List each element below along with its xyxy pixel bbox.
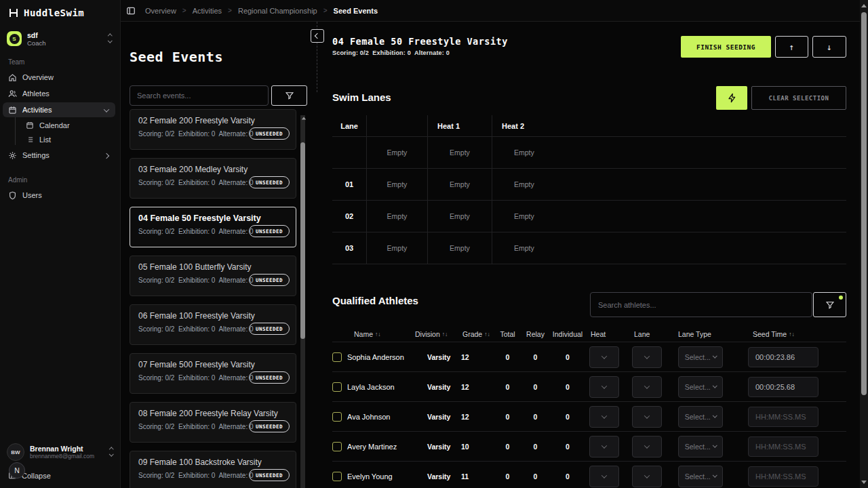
seed-time-input[interactable]: HH:MM:SS.MS bbox=[748, 407, 818, 427]
sidebar-item-label: Athletes bbox=[22, 89, 50, 98]
lane-dropdown[interactable] bbox=[632, 376, 662, 398]
scroll-up-arrow-icon[interactable] bbox=[301, 117, 305, 120]
lane-type-select[interactable]: Select... bbox=[678, 406, 723, 428]
page-scrollbar[interactable] bbox=[860, 0, 868, 488]
next-event-button[interactable]: ↓ bbox=[812, 36, 846, 58]
event-card[interactable]: 06 Female 100 Freestyle Varsity Scoring:… bbox=[130, 304, 296, 345]
swim-lanes-header-row: Lane Heat 1 Heat 2 bbox=[332, 115, 846, 137]
sidebar-item-label: List bbox=[39, 136, 51, 144]
clear-selection-button[interactable]: CLEAR SELECTION bbox=[751, 86, 846, 110]
lane-dropdown[interactable] bbox=[632, 466, 662, 487]
chevron-left-icon bbox=[315, 33, 320, 39]
lane-slot-empty[interactable]: Empty bbox=[427, 201, 492, 232]
sidebar-item-athletes[interactable]: Athletes bbox=[3, 86, 115, 101]
lane-type-select[interactable]: Select... bbox=[678, 466, 723, 487]
breadcrumb-item[interactable]: Regional Championship bbox=[238, 7, 317, 15]
sidebar-item-users[interactable]: Users bbox=[3, 188, 115, 203]
lane-type-select[interactable]: Select... bbox=[678, 436, 723, 458]
sidebar-item-settings[interactable]: Settings bbox=[3, 148, 115, 163]
column-header-division[interactable]: Division↑↓ bbox=[415, 330, 461, 338]
team-switcher[interactable]: S sdf Coach bbox=[7, 28, 114, 49]
event-card-selected[interactable]: 04 Female 50 Freestyle Varsity Scoring: … bbox=[130, 207, 296, 247]
lane-slot-empty[interactable]: Empty bbox=[427, 137, 492, 168]
heat-dropdown[interactable] bbox=[589, 376, 619, 398]
lane-type-select[interactable]: Select... bbox=[678, 346, 723, 368]
heat-dropdown[interactable] bbox=[589, 466, 619, 487]
breadcrumb: Overview > Activities > Regional Champio… bbox=[145, 7, 378, 15]
lane-slot-empty[interactable]: Empty bbox=[492, 232, 846, 264]
lane-slot-empty[interactable]: Empty bbox=[366, 232, 427, 264]
seed-time-input[interactable]: HH:MM:SS.MS bbox=[748, 466, 818, 487]
collapse-label: Collapse bbox=[22, 472, 51, 480]
back-button[interactable] bbox=[311, 29, 324, 43]
heat-dropdown[interactable] bbox=[589, 436, 619, 458]
status-badge: UNSEEDED bbox=[249, 323, 290, 335]
column-header-name[interactable]: Name↑↓ bbox=[347, 330, 415, 338]
lane-slot-empty[interactable]: Empty bbox=[492, 201, 846, 232]
heat-dropdown[interactable] bbox=[589, 346, 619, 368]
profile-switcher[interactable]: BW Brennan Wright brennanme8@gmail.com bbox=[7, 443, 114, 461]
swim-lanes-title: Swim Lanes bbox=[332, 92, 391, 103]
scroll-up-arrow-icon[interactable] bbox=[861, 4, 867, 7]
chevron-down-icon bbox=[601, 413, 607, 418]
column-header-seed-time[interactable]: Seed Time↑↓ bbox=[746, 330, 846, 338]
athlete-checkbox[interactable] bbox=[332, 472, 342, 481]
sidebar-item-list[interactable]: List bbox=[3, 132, 115, 147]
seed-time-input[interactable]: 00:00:23.86 bbox=[748, 347, 818, 367]
lane-row: 03 Empty Empty Empty bbox=[332, 232, 846, 264]
lane-slot-empty[interactable]: Empty bbox=[366, 169, 427, 200]
profile-email: brennanme8@gmail.com bbox=[30, 453, 94, 460]
calendar-days-icon bbox=[26, 121, 34, 129]
sidebar-item-calendar[interactable]: Calendar bbox=[3, 118, 115, 133]
lane-slot-empty[interactable]: Empty bbox=[366, 201, 427, 232]
lane-slot-empty[interactable]: Empty bbox=[366, 137, 427, 168]
athletes-header-row: Name↑↓ Division↑↓ Grade↑↓ Total Relay In… bbox=[332, 327, 846, 342]
event-card[interactable]: 03 Female 200 Medley Varsity Scoring: 0/… bbox=[130, 158, 296, 199]
event-card[interactable]: 09 Female 100 Backstroke Varsity Scoring… bbox=[130, 451, 296, 488]
sidebar-item-overview[interactable]: Overview bbox=[3, 70, 115, 85]
athletes-filter-button[interactable] bbox=[813, 292, 846, 317]
lane-slot-empty[interactable]: Empty bbox=[492, 137, 846, 168]
breadcrumb-item[interactable]: Activities bbox=[193, 7, 222, 15]
athlete-checkbox[interactable] bbox=[332, 412, 342, 422]
event-meta: Scoring: 0/2 Exhibition: 0 Alternate: 0 bbox=[138, 374, 254, 382]
search-events-input[interactable] bbox=[130, 85, 269, 106]
event-card[interactable]: 08 Female 200 Freestyle Relay Varsity Sc… bbox=[130, 402, 296, 443]
events-filter-button[interactable] bbox=[271, 85, 307, 106]
event-card[interactable]: 05 Female 100 Butterfly Varsity Scoring:… bbox=[130, 256, 296, 296]
sidebar-item-activities[interactable]: Activities bbox=[3, 102, 115, 117]
sidebar-toggle-icon[interactable] bbox=[126, 6, 136, 16]
athlete-division: Varsity bbox=[415, 383, 461, 391]
filter-icon bbox=[825, 300, 835, 310]
search-athletes-input[interactable] bbox=[590, 292, 812, 317]
finish-seeding-button[interactable]: FINISH SEEDING bbox=[681, 36, 771, 58]
event-card[interactable]: 07 Female 500 Freestyle Varsity Scoring:… bbox=[130, 353, 296, 394]
scrollbar-thumb[interactable] bbox=[861, 12, 867, 395]
event-title: 09 Female 100 Backstroke Varsity bbox=[138, 458, 262, 467]
breadcrumb-separator: > bbox=[182, 7, 186, 14]
seed-time-input[interactable]: HH:MM:SS.MS bbox=[748, 436, 818, 457]
lane-type-select[interactable]: Select... bbox=[678, 376, 723, 398]
scrollbar-thumb[interactable] bbox=[300, 142, 305, 339]
heat-dropdown[interactable] bbox=[589, 406, 619, 428]
event-card[interactable]: 02 Female 200 Freestyle Varsity Scoring:… bbox=[130, 109, 296, 150]
event-list-scrollbar[interactable] bbox=[300, 115, 305, 488]
lane-slot-empty[interactable]: Empty bbox=[427, 169, 492, 200]
list-icon bbox=[26, 136, 34, 144]
lane-dropdown[interactable] bbox=[632, 406, 662, 428]
lane-slot-empty[interactable]: Empty bbox=[492, 169, 846, 200]
athlete-checkbox[interactable] bbox=[332, 352, 342, 362]
athlete-checkbox[interactable] bbox=[332, 382, 342, 392]
auto-seed-button[interactable] bbox=[716, 86, 747, 110]
seed-time-input[interactable]: 00:00:25.68 bbox=[748, 377, 818, 397]
athlete-total: 0 bbox=[492, 383, 524, 391]
cursor-badge: N bbox=[9, 462, 25, 479]
column-header-grade[interactable]: Grade↑↓ bbox=[461, 330, 492, 338]
lane-slot-empty[interactable]: Empty bbox=[427, 232, 492, 264]
lane-dropdown[interactable] bbox=[632, 346, 662, 368]
prev-event-button[interactable]: ↑ bbox=[775, 36, 808, 58]
breadcrumb-item[interactable]: Overview bbox=[145, 7, 176, 15]
scroll-down-arrow-icon[interactable] bbox=[861, 481, 867, 484]
athlete-checkbox[interactable] bbox=[332, 442, 342, 451]
lane-dropdown[interactable] bbox=[632, 436, 662, 458]
